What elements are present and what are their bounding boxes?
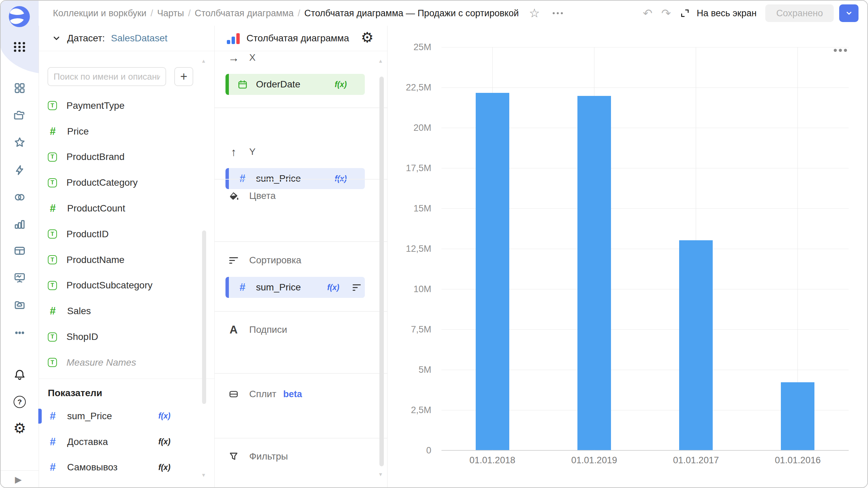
scroll-down-icon[interactable]: ▼	[201, 472, 206, 477]
number-field-icon: #	[48, 410, 58, 422]
dashboards-icon[interactable]	[12, 270, 27, 285]
fx-icon[interactable]: f(x)	[158, 437, 171, 446]
bar-01.01.2016[interactable]	[781, 382, 814, 450]
tables-icon[interactable]	[12, 243, 27, 258]
fx-icon[interactable]: f(x)	[158, 411, 171, 421]
field-item[interactable]: #ProductCount	[39, 196, 214, 221]
sort-icon	[228, 256, 240, 265]
section-sorting[interactable]: Сортировка	[215, 251, 380, 270]
field-name: Price	[67, 126, 89, 137]
y-tick-label: 5M	[418, 365, 431, 375]
field-item[interactable]: TPaymentType	[39, 93, 214, 119]
field-item[interactable]: TProductName	[39, 247, 214, 273]
more-dots-icon[interactable]	[12, 325, 27, 340]
scroll-up-icon[interactable]: ▲	[201, 58, 206, 63]
number-field-icon: #	[48, 436, 58, 448]
measure-item[interactable]: #sum_Pricef(x)	[39, 403, 214, 429]
rail-divider	[1, 470, 39, 471]
bar-01.01.2017[interactable]	[679, 240, 713, 450]
field-name: ProductBrand	[66, 151, 124, 162]
config-scrollbar[interactable]	[379, 77, 384, 466]
storage-icon[interactable]	[12, 298, 27, 312]
functions-icon[interactable]	[12, 163, 27, 178]
scroll-down-icon[interactable]: ▼	[378, 472, 383, 477]
apps-grid-icon[interactable]	[12, 39, 27, 54]
bell-icon[interactable]	[12, 367, 27, 382]
field-item[interactable]: #Sales	[39, 298, 214, 324]
sort-direction-icon[interactable]	[353, 283, 361, 292]
saved-button[interactable]: Сохранено	[765, 4, 834, 22]
field-accent	[225, 168, 229, 189]
charts-icon[interactable]	[12, 217, 27, 232]
dataset-name-link[interactable]: SalesDataset	[111, 33, 167, 44]
x-field-pill[interactable]: OrderDate f(x)	[225, 74, 365, 95]
arrow-up-icon: ↑	[228, 146, 240, 158]
measure-item[interactable]: #Доставкаf(x)	[39, 429, 214, 455]
links-icon[interactable]	[12, 190, 27, 205]
y-tick-label: 20M	[413, 123, 431, 133]
colors-label: Цвета	[249, 190, 276, 201]
star-icon[interactable]: ☆	[529, 7, 540, 19]
y-axis-labels: 02,5M5M7,5M10M12,5M15M17,5M20M22,5M25M	[388, 47, 431, 450]
string-field-icon: T	[48, 255, 57, 264]
field-item[interactable]: TProductID	[39, 221, 214, 247]
collapse-sidebar-icon[interactable]: ▶	[15, 474, 22, 485]
field-item[interactable]: TShopID	[39, 324, 214, 350]
letter-a-icon: A	[228, 323, 240, 336]
field-item[interactable]: TMeasure Names	[39, 350, 214, 375]
field-name: Доставка	[67, 436, 108, 447]
fullscreen-icon[interactable]	[680, 8, 690, 18]
breadcrumb-segment[interactable]: Чарты	[157, 8, 184, 19]
chart-settings-gear-icon[interactable]: ⚙	[361, 30, 374, 45]
datalens-logo[interactable]	[8, 6, 30, 27]
fx-icon[interactable]: f(x)	[335, 80, 347, 89]
dataset-header[interactable]: Датасет: SalesDataset	[39, 26, 214, 51]
field-item[interactable]: TProductCategory	[39, 170, 214, 196]
collections-icon[interactable]	[12, 108, 27, 123]
bar-chart-type-icon[interactable]	[227, 33, 240, 44]
widgets-icon[interactable]	[12, 81, 27, 96]
field-item[interactable]: TProductBrand	[39, 144, 214, 170]
field-search-input[interactable]	[48, 68, 165, 85]
section-colors[interactable]: Цвета	[215, 186, 380, 205]
bar-01.01.2018[interactable]	[476, 93, 509, 450]
breadcrumb-segment[interactable]: Столбчатая диаграмма	[195, 8, 294, 19]
measure-item[interactable]: #Самовывозf(x)	[39, 455, 214, 481]
field-name: ShopID	[66, 331, 98, 342]
section-y: ↑ Y	[215, 142, 380, 161]
field-item[interactable]: #Price	[39, 119, 214, 144]
fullscreen-label[interactable]: На весь экран	[697, 8, 757, 19]
section-labels[interactable]: A Подписи	[215, 320, 380, 339]
undo-icon[interactable]: ↶	[643, 7, 653, 19]
more-options-icon[interactable]	[553, 12, 563, 14]
number-field-icon: #	[48, 461, 58, 473]
y-field-pill[interactable]: # sum_Price f(x)	[225, 168, 365, 189]
field-name: sum_Price	[256, 282, 301, 293]
breadcrumb-segment[interactable]: Коллекции и воркбуки	[53, 8, 146, 19]
field-item[interactable]: OrderDate	[39, 52, 204, 57]
fx-icon[interactable]: f(x)	[327, 283, 339, 292]
help-icon[interactable]: ?	[12, 394, 27, 409]
section-filters[interactable]: Фильтры	[215, 447, 380, 466]
field-item[interactable]: TProductSubcategory	[39, 273, 214, 299]
field-search[interactable]	[47, 67, 166, 86]
section-y-label: Y	[249, 146, 256, 157]
dataset-label: Датасет:	[67, 33, 105, 44]
chart-type-title[interactable]: Столбчатая диаграмма	[246, 33, 349, 44]
breadcrumb: Коллекции и воркбуки/Чарты/Столбчатая ди…	[53, 1, 563, 26]
sort-field-pill[interactable]: # sum_Price f(x)	[225, 277, 365, 298]
fx-icon[interactable]: f(x)	[335, 174, 347, 183]
settings-icon[interactable]: ⚙	[12, 421, 27, 436]
save-menu-button[interactable]	[839, 4, 859, 22]
add-field-button[interactable]: +	[174, 67, 193, 86]
sorting-label: Сортировка	[249, 255, 301, 266]
favorites-icon[interactable]	[12, 135, 27, 150]
left-rail: ?⚙	[1, 1, 39, 487]
section-divider	[215, 107, 387, 108]
fx-icon[interactable]: f(x)	[158, 463, 171, 472]
x-tick-label: 01.01.2016	[754, 455, 842, 466]
section-split[interactable]: Сплит beta	[215, 385, 380, 404]
bar-01.01.2019[interactable]	[577, 96, 611, 450]
redo-icon[interactable]: ↷	[661, 7, 671, 19]
fields-scrollbar[interactable]	[202, 230, 206, 404]
